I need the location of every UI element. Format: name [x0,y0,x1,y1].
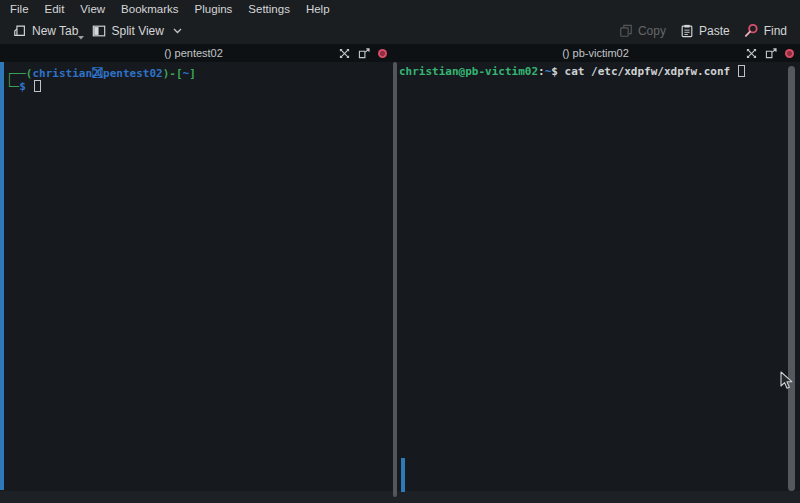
terminal-cursor [34,80,41,92]
prompt-frame: ] [189,67,196,80]
prompt-frame: └─ [6,80,19,93]
pane-header-pb-victim02[interactable]: () pb-victim02 [397,44,800,62]
find-icon [744,23,759,38]
header-icons-left [223,48,393,59]
terminal-pb-victim02-text: christian@pb-victim02:~$ cat /etc/xdpfw/… [393,62,800,78]
maximize-pane-icon[interactable] [339,48,350,59]
menu-edit[interactable]: Edit [37,2,73,16]
copy-label: Copy [638,24,666,38]
terminal-pentest02[interactable]: ┌──(christian㉉pentest02)-[~]└─$ [0,62,393,491]
menu-view[interactable]: View [72,2,113,16]
mouse-cursor [780,371,793,390]
new-tab-button[interactable]: New Tab [6,21,85,41]
copy-icon [619,24,633,38]
menu-help[interactable]: Help [298,2,338,16]
prompt-user-host: christian@pb-victim02 [399,65,538,78]
prompt-frame: )-[ [163,67,183,80]
terminal-cursor [738,65,745,77]
prompt-colon: : [538,65,545,78]
split-divider-handle[interactable] [393,62,397,497]
prompt-user-host: christian㉉pentest02 [33,67,163,80]
terminal-pb-victim02[interactable]: christian@pb-victim02:~$ cat /etc/xdpfw/… [393,62,800,491]
menu-file[interactable]: File [2,2,37,16]
close-pane-button[interactable] [785,49,794,58]
paste-icon [680,24,694,38]
pane-title-bar: () pentest02 () pb-victim02 [0,44,800,62]
find-label: Find [764,24,787,38]
right-edge-scrollbar-thumb[interactable] [788,66,795,491]
prompt-frame: ┌──( [6,67,33,80]
pane-header-pentest02[interactable]: () pentest02 [0,44,393,62]
prompt-symbol: $ [19,80,32,93]
close-pane-button[interactable] [378,49,387,58]
detach-pane-icon[interactable] [358,48,370,59]
maximize-pane-icon[interactable] [746,48,757,59]
split-view-icon [92,24,106,38]
menu-plugins[interactable]: Plugins [187,2,241,16]
new-tab-dropdown-caret-icon [78,36,84,40]
menu-settings[interactable]: Settings [240,2,298,16]
paste-label: Paste [699,24,730,38]
copy-button[interactable]: Copy [612,21,673,41]
prompt-symbol: $ [551,65,564,78]
terminal-pentest02-text: ┌──(christian㉉pentest02)-[~]└─$ [0,62,393,93]
konsole-window: File Edit View Bookmarks Plugins Setting… [0,0,800,503]
header-icons-right [629,48,800,59]
detach-pane-icon[interactable] [765,48,777,59]
toolbar: New Tab Split View Copy [0,17,800,44]
right-pane-scrollbar-thumb[interactable] [401,458,405,492]
pane-title-pentest02: () pentest02 [164,47,223,59]
find-button[interactable]: Find [737,20,794,41]
new-tab-icon [13,24,27,38]
window-bottom-edge [0,491,800,503]
chevron-down-icon [173,28,182,34]
left-pane-scrollbar-thumb[interactable] [0,62,4,490]
pane-title-pb-victim02: () pb-victim02 [562,47,629,59]
menu-bar: File Edit View Bookmarks Plugins Setting… [0,0,800,17]
split-view-button[interactable]: Split View [85,21,188,41]
menu-bookmarks[interactable]: Bookmarks [113,2,187,16]
new-tab-label: New Tab [32,24,78,38]
paste-button[interactable]: Paste [673,21,737,41]
terminal-area: ┌──(christian㉉pentest02)-[~]└─$ christia… [0,62,800,491]
split-view-label: Split View [111,24,163,38]
typed-command: cat /etc/xdpfw/xdpfw.conf [565,65,737,78]
